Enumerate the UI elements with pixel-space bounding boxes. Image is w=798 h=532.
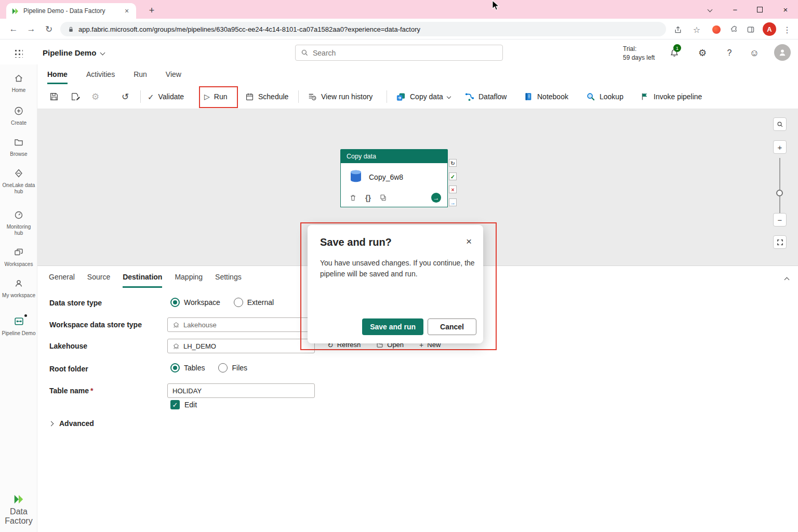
validate-button[interactable]: ✓ Validate — [148, 84, 184, 109]
settings-gear-icon[interactable]: ⚙ — [696, 47, 709, 59]
dialog-close-icon[interactable]: × — [466, 236, 472, 246]
browser-reload-button[interactable]: ↻ — [43, 23, 55, 35]
left-nav: Home Create Browse OneLake data hub Moni… — [0, 64, 37, 532]
table-name-input[interactable]: HOLIDAY — [167, 383, 315, 398]
account-avatar[interactable] — [774, 44, 791, 61]
monitoring-icon — [14, 209, 24, 220]
lookup-button[interactable]: Lookup — [586, 84, 623, 109]
save-and-run-button[interactable]: Save and run — [362, 318, 423, 335]
new-tab-button[interactable]: + — [144, 3, 159, 18]
browser-back-button[interactable]: ← — [7, 23, 20, 35]
window-close-button[interactable]: × — [774, 0, 797, 19]
browser-forward-button[interactable]: → — [25, 23, 37, 35]
tab-mapping[interactable]: Mapping — [175, 266, 203, 288]
sidebar-item-browse[interactable]: Browse — [0, 137, 37, 157]
radio-unselected-icon[interactable] — [234, 298, 243, 307]
tab-destination[interactable]: Destination — [123, 266, 162, 288]
sidebar-item-my-workspace[interactable]: My workspace — [0, 278, 37, 299]
app-launcher-icon[interactable] — [14, 49, 23, 58]
activity-success-port-icon[interactable]: ✓ — [449, 172, 457, 180]
sidebar-item-workspaces[interactable]: Workspaces — [0, 247, 37, 268]
code-braces-icon[interactable]: {} — [365, 194, 371, 202]
side-panel-icon[interactable] — [744, 23, 757, 36]
save-as-button[interactable] — [71, 84, 80, 109]
duplicate-activity-icon[interactable] — [379, 194, 387, 202]
dialog-buttons: Save and run Cancel — [362, 318, 476, 335]
connector-arrow-icon[interactable]: → — [431, 193, 441, 203]
dataflow-label: Dataflow — [478, 92, 507, 101]
sidebar-item-onelake-data-hub[interactable]: OneLake data hub — [0, 168, 37, 194]
radio-unselected-icon[interactable] — [218, 363, 228, 373]
extension-icon[interactable] — [710, 23, 723, 36]
browser-profile-avatar[interactable]: A — [763, 22, 776, 36]
delete-activity-icon[interactable] — [349, 194, 357, 202]
pipeline-settings-button[interactable]: ⚙ — [91, 84, 99, 109]
schedule-button[interactable]: Schedule — [245, 84, 288, 109]
copy-data-button[interactable]: Copy data — [396, 84, 450, 109]
run-button[interactable]: ▷ Run — [204, 84, 227, 109]
copy-data-label: Copy data — [410, 92, 443, 101]
url-text[interactable]: app.fabric.microsoft.com/groups/me/pipel… — [78, 25, 420, 33]
activity-completion-port-icon[interactable]: → — [449, 198, 457, 206]
search-input[interactable] — [313, 49, 497, 57]
tab-general[interactable]: General — [49, 266, 75, 288]
view-run-history-button[interactable]: View run history — [308, 84, 373, 109]
bookmark-star-icon[interactable]: ☆ — [690, 23, 703, 36]
sidebar-item-data-factory[interactable]: Data Factory — [0, 494, 37, 526]
zoom-slider-handle[interactable] — [776, 190, 783, 196]
workspace-title[interactable]: Pipeline Demo — [43, 48, 104, 57]
url-bar[interactable]: app.fabric.microsoft.com/groups/me/pipel… — [60, 22, 666, 36]
edit-checkbox-row[interactable]: ✓ Edit — [170, 400, 197, 409]
activity-node-header[interactable]: Copy data — [340, 149, 448, 163]
radio-workspace[interactable]: Workspace — [170, 298, 220, 307]
tab-close-icon[interactable]: × — [123, 7, 131, 15]
tab-source[interactable]: Source — [87, 266, 110, 288]
checkbox-checked-icon[interactable]: ✓ — [170, 400, 180, 409]
tab-view[interactable]: View — [166, 64, 181, 84]
lakehouse-input[interactable]: LH_DEMO — [167, 339, 315, 353]
browser-menu-icon[interactable]: ⋮ — [780, 23, 794, 36]
sidebar-item-monitoring-hub[interactable]: Monitoring hub — [0, 209, 37, 236]
canvas-search-button[interactable] — [773, 117, 787, 131]
zoom-out-button[interactable]: − — [773, 213, 787, 227]
workspace-data-store-type-input[interactable]: Lakehouse — [167, 317, 315, 332]
radio-workspace-label: Workspace — [184, 298, 220, 307]
help-icon[interactable]: ? — [723, 47, 736, 59]
extensions-puzzle-icon[interactable] — [727, 23, 741, 36]
browser-tab[interactable]: Pipeline Demo - Data Factory × — [6, 3, 136, 19]
share-icon[interactable] — [671, 23, 685, 36]
tab-settings[interactable]: Settings — [215, 266, 242, 288]
undo-button[interactable]: ↺ — [122, 84, 129, 109]
copy-data-activity-node[interactable]: Copy data Copy_6w8 {} → — [340, 149, 448, 207]
radio-external[interactable]: External — [234, 298, 274, 307]
sidebar-item-home[interactable]: Home — [0, 73, 37, 94]
collapse-panel-button[interactable] — [785, 274, 789, 284]
activity-skip-port-icon[interactable]: ↻ — [449, 159, 457, 167]
sidebar-item-create[interactable]: Create — [0, 105, 37, 126]
save-button[interactable] — [49, 84, 59, 109]
advanced-expander[interactable]: Advanced — [49, 419, 94, 428]
window-maximize-button[interactable] — [748, 0, 772, 19]
radio-selected-icon[interactable] — [170, 298, 180, 307]
window-minimize-button[interactable]: − — [723, 0, 747, 19]
radio-external-label: External — [247, 298, 274, 307]
tab-run[interactable]: Run — [134, 64, 147, 84]
dataflow-button[interactable]: Dataflow — [464, 84, 507, 109]
zoom-slider-track[interactable] — [779, 158, 780, 215]
tab-search-icon[interactable] — [698, 0, 722, 19]
zoom-in-button[interactable]: + — [773, 140, 787, 154]
cancel-button[interactable]: Cancel — [428, 318, 476, 335]
notebook-button[interactable]: Notebook — [524, 84, 568, 109]
activity-fail-port-icon[interactable]: × — [449, 185, 457, 193]
sidebar-item-pipeline-demo[interactable]: Pipeline Demo — [0, 316, 37, 337]
global-search[interactable] — [295, 45, 503, 61]
feedback-smiley-icon[interactable]: ☺ — [748, 47, 761, 59]
fit-to-screen-button[interactable] — [773, 235, 787, 249]
activity-node-body[interactable]: Copy_6w8 {} → — [340, 163, 448, 207]
tab-home[interactable]: Home — [47, 64, 68, 84]
radio-selected-icon[interactable] — [170, 363, 180, 373]
invoke-pipeline-button[interactable]: Invoke pipeline — [640, 84, 702, 109]
tab-activities[interactable]: Activities — [86, 64, 115, 84]
radio-tables[interactable]: Tables — [170, 363, 205, 373]
radio-files[interactable]: Files — [218, 363, 247, 373]
